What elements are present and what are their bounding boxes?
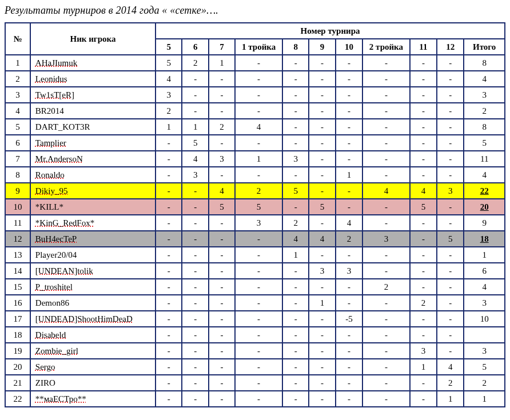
cell: - <box>309 343 335 359</box>
cell: - <box>336 247 362 263</box>
cell: 4 <box>309 231 335 247</box>
cell: - <box>309 279 335 295</box>
cell: - <box>282 327 309 343</box>
cell: - <box>156 231 182 247</box>
cell: 3 <box>336 263 362 279</box>
player-name: AHaJIumuk <box>30 55 156 71</box>
cell: - <box>156 311 182 327</box>
total-cell: 18 <box>464 231 505 247</box>
total-cell: 5 <box>464 135 505 151</box>
cell: 2 <box>209 119 235 135</box>
col-0: 5 <box>156 39 182 55</box>
cell: - <box>282 167 309 183</box>
cell: - <box>156 375 182 391</box>
cell: - <box>309 311 335 327</box>
table-row: 7Mr.AndersoN-4313-----11 <box>5 151 505 167</box>
cell: - <box>309 103 335 119</box>
col-2: 7 <box>209 39 235 55</box>
cell: 4 <box>437 359 464 375</box>
table-row: 21ZIRO---------22 <box>5 375 505 391</box>
cell: - <box>156 295 182 311</box>
player-name: BR2014 <box>30 103 156 119</box>
cell: 2 <box>235 183 282 199</box>
cell: - <box>437 247 464 263</box>
cell: - <box>437 87 464 103</box>
cell: - <box>182 183 208 199</box>
cell: - <box>182 71 208 87</box>
player-name: Sergo <box>30 359 156 375</box>
cell: - <box>362 343 410 359</box>
row-number: 3 <box>5 87 30 103</box>
cell: - <box>182 231 208 247</box>
player-name: Tamplier <box>30 135 156 151</box>
cell: - <box>309 359 335 375</box>
col-3: 1 тройка <box>235 39 282 55</box>
cell: - <box>437 311 464 327</box>
cell: - <box>410 215 437 231</box>
table-row: 6Tamplier-5--------5 <box>5 135 505 151</box>
cell: - <box>209 103 235 119</box>
cell: - <box>336 327 362 343</box>
cell: - <box>309 391 335 407</box>
cell: 4 <box>209 183 235 199</box>
cell: - <box>156 391 182 407</box>
player-name: DART_KOT3R <box>30 119 156 135</box>
cell: - <box>209 167 235 183</box>
cell: - <box>235 295 282 311</box>
cell: 3 <box>156 87 182 103</box>
cell: - <box>336 295 362 311</box>
row-number: 4 <box>5 103 30 119</box>
cell: - <box>336 71 362 87</box>
table-row: 2Leonidus4---------4 <box>5 71 505 87</box>
cell: - <box>362 55 410 71</box>
player-name: Ronaldo <box>30 167 156 183</box>
cell: 4 <box>182 151 208 167</box>
cell: - <box>437 343 464 359</box>
cell: - <box>209 327 235 343</box>
col-4: 8 <box>282 39 309 55</box>
player-name: Zombie_girl <box>30 343 156 359</box>
cell: - <box>437 71 464 87</box>
cell: - <box>336 183 362 199</box>
cell: - <box>209 375 235 391</box>
cell: - <box>336 135 362 151</box>
cell: 4 <box>282 231 309 247</box>
cell: - <box>235 359 282 375</box>
row-number: 1 <box>5 55 30 71</box>
cell: - <box>362 391 410 407</box>
cell: - <box>410 231 437 247</box>
cell: - <box>156 247 182 263</box>
cell: - <box>410 167 437 183</box>
cell: 2 <box>336 231 362 247</box>
cell: 2 <box>410 295 437 311</box>
cell: - <box>336 359 362 375</box>
cell: - <box>336 279 362 295</box>
cell: - <box>282 359 309 375</box>
cell: - <box>437 327 464 343</box>
cell: - <box>336 55 362 71</box>
player-name: Demon86 <box>30 295 156 311</box>
total-cell: 8 <box>464 55 505 71</box>
cell: - <box>282 279 309 295</box>
cell: 5 <box>156 55 182 71</box>
cell: - <box>410 263 437 279</box>
cell: - <box>336 343 362 359</box>
player-name: Dikiy_95 <box>30 183 156 199</box>
cell: - <box>156 167 182 183</box>
cell: - <box>410 247 437 263</box>
row-number: 17 <box>5 311 30 327</box>
cell: - <box>309 247 335 263</box>
cell: - <box>235 343 282 359</box>
cell: - <box>309 135 335 151</box>
player-name: *KILL* <box>30 199 156 215</box>
total-cell: 22 <box>464 183 505 199</box>
cell: - <box>362 327 410 343</box>
player-name: BuH4ecTeP <box>30 231 156 247</box>
cell: 2 <box>437 375 464 391</box>
cell: - <box>336 119 362 135</box>
cell: - <box>410 87 437 103</box>
cell: - <box>235 279 282 295</box>
row-number: 16 <box>5 295 30 311</box>
cell: - <box>309 327 335 343</box>
cell: - <box>437 55 464 71</box>
